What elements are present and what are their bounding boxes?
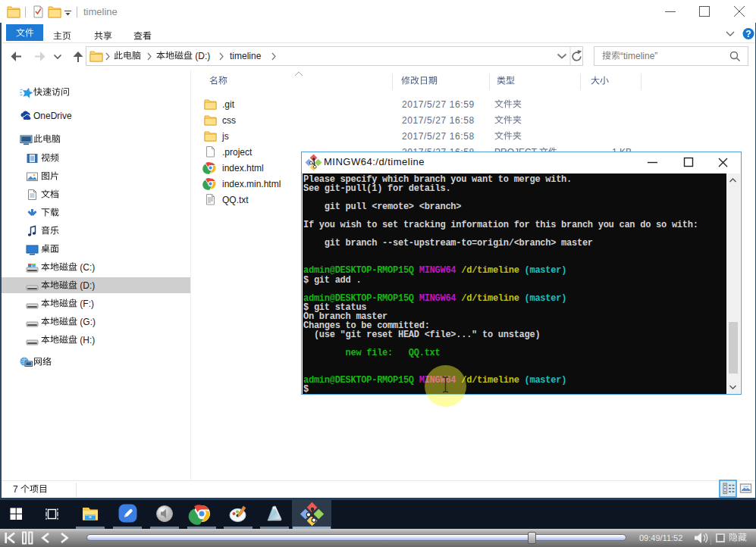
svg-text:?: ? [745,29,751,39]
